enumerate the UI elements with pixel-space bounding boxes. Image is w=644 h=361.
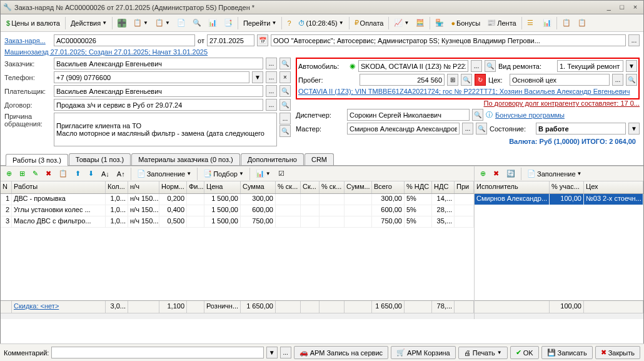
- gh-psk2[interactable]: % ск...: [319, 181, 345, 193]
- payment-button[interactable]: ₽Оплата: [351, 17, 387, 29]
- gr-add-icon[interactable]: ⊕: [477, 168, 489, 180]
- gr-fill-button[interactable]: 📄Заполнение▼: [524, 168, 585, 180]
- vidrem-dd[interactable]: ▼: [626, 60, 637, 72]
- gr-delete-icon[interactable]: ✖: [490, 168, 502, 180]
- number-input[interactable]: [56, 37, 193, 44]
- tb-icon-4[interactable]: 📄: [174, 17, 189, 29]
- customer-input[interactable]: [56, 60, 261, 68]
- debt-link[interactable]: По договору долг контрагенту составляет:…: [296, 99, 640, 107]
- disp-search-icon[interactable]: 🔍: [472, 109, 483, 121]
- table-row[interactable]: Смирнов Александр...100,00№03 2-х стоечн…: [475, 194, 643, 205]
- table-row[interactable]: 1ДВС - промывка1,0...н/ч 150...0,2001 50…: [1, 194, 474, 205]
- arm-cart-button[interactable]: 🛒АРМ Корзина: [391, 346, 456, 359]
- customer-search-icon[interactable]: 🔍: [279, 58, 291, 69]
- probeg-search-icon[interactable]: 🔍: [461, 74, 472, 86]
- calendar-icon[interactable]: 📅: [257, 34, 268, 46]
- feed-button[interactable]: 📰Лента: [484, 17, 519, 29]
- minimize-button[interactable]: _: [603, 3, 615, 12]
- bonus-button[interactable]: ●Бонусы: [448, 18, 483, 29]
- contract-input[interactable]: [56, 101, 261, 109]
- save-button[interactable]: 💾Записать: [541, 346, 593, 359]
- tab-crm[interactable]: CRM: [304, 153, 334, 165]
- gh-summa[interactable]: Сумма: [241, 181, 276, 193]
- grid-left-body[interactable]: 1ДВС - промывка1,0...н/ч 150...0,2001 50…: [1, 194, 474, 300]
- actions-button[interactable]: Действия▼: [68, 18, 110, 29]
- sost-input[interactable]: [538, 125, 623, 133]
- grid-edit-icon[interactable]: ✎: [29, 168, 41, 180]
- arm-service-button[interactable]: 🚗АРМ Запись на сервис: [294, 346, 388, 359]
- gr-refresh-icon[interactable]: 🔄: [503, 168, 518, 180]
- gh-pri[interactable]: При: [455, 181, 474, 193]
- tab-additional[interactable]: Дополнительно: [241, 153, 304, 165]
- time-button[interactable]: ⏱(10:28:45)▼: [295, 18, 347, 29]
- gh-kol[interactable]: Кол...: [106, 181, 128, 193]
- master-input[interactable]: [350, 125, 457, 133]
- grid-right-scrollbar[interactable]: [475, 313, 643, 319]
- probeg-warn-icon[interactable]: ↻: [475, 74, 486, 86]
- grid-up-icon[interactable]: ⬆: [72, 168, 84, 180]
- tb-icon-10[interactable]: 🏪: [432, 17, 447, 29]
- payer-input[interactable]: [56, 88, 261, 95]
- gh-cena[interactable]: Цена: [204, 181, 241, 193]
- tb-icon-13[interactable]: 📋: [559, 17, 574, 29]
- vin-link[interactable]: OCTAVIA II (1Z3); VIN TMBBE61Z4A2021724;…: [298, 88, 630, 95]
- tb-icon-8[interactable]: 📈▼: [391, 17, 412, 29]
- auto-input[interactable]: [361, 63, 466, 70]
- master-search-icon[interactable]: 🔍: [476, 123, 487, 135]
- tb-icon-1[interactable]: ➕: [114, 17, 129, 29]
- phone-x[interactable]: ×: [279, 71, 291, 83]
- help-icon[interactable]: ?: [284, 18, 294, 29]
- table-row[interactable]: 3Масло ДВС с фильтро...1,0...н/ч 150...0…: [1, 216, 474, 228]
- skidka-link[interactable]: Скидка: <нет>: [12, 301, 106, 313]
- reason-search-icon[interactable]: 🔍: [279, 125, 291, 137]
- payer-ellipsis[interactable]: ...: [266, 85, 277, 97]
- gh2-puch[interactable]: % учас...: [550, 181, 584, 193]
- tab-works[interactable]: Работы (3 поз.): [6, 154, 68, 166]
- ceh-ellipsis[interactable]: ...: [612, 74, 623, 86]
- ceh-search-icon[interactable]: 🔍: [626, 74, 637, 86]
- grid-delete-icon[interactable]: ✖: [43, 168, 54, 180]
- comment-input[interactable]: [54, 349, 261, 357]
- disp-input[interactable]: [350, 111, 467, 119]
- contract-search-icon[interactable]: 🔍: [279, 99, 291, 111]
- print-button[interactable]: 🖨Печать▼: [458, 347, 508, 359]
- gh2-ceh[interactable]: Цех: [584, 181, 643, 193]
- auto-search-icon[interactable]: 🔍: [485, 60, 496, 72]
- close-button[interactable]: ×: [630, 3, 641, 12]
- gh-psk[interactable]: % ск...: [276, 181, 301, 193]
- grid-icon-b[interactable]: ☑: [275, 168, 288, 180]
- podbor-button[interactable]: 📑Подбор▼: [200, 168, 247, 180]
- contract-ellipsis[interactable]: ...: [266, 99, 277, 111]
- gh-sk[interactable]: Ск...: [301, 181, 319, 193]
- probeg-calc[interactable]: ⊞: [447, 74, 458, 86]
- gh-pnds[interactable]: % НДС: [405, 181, 432, 193]
- tab-goods[interactable]: Товары (1 поз.): [69, 153, 131, 165]
- grid-icon-a[interactable]: 📊▼: [253, 168, 274, 180]
- tb-icon-6[interactable]: 📊: [205, 17, 220, 29]
- history-link[interactable]: Машинозаезд 27.01.2025; Создан 27.01.202…: [4, 48, 208, 56]
- probeg-input[interactable]: [362, 76, 442, 84]
- table-row[interactable]: 2Углы установки колес ...1,0...н/ч 150..…: [1, 205, 474, 216]
- grid-add-icon[interactable]: ⊕: [3, 168, 15, 180]
- fill-button[interactable]: 📄Заполнение▼: [134, 168, 194, 180]
- grid-insert-icon[interactable]: ⊞: [16, 168, 28, 180]
- gh-norm[interactable]: Норм...: [159, 181, 187, 193]
- reason-input[interactable]: [56, 122, 274, 137]
- gh-fi[interactable]: Фи...: [187, 181, 204, 193]
- grid-sort1-icon[interactable]: A↓: [98, 168, 113, 180]
- tb-icon-9[interactable]: 🧮: [413, 17, 428, 29]
- gh-nch[interactable]: н/ч: [128, 181, 159, 193]
- date-input[interactable]: [209, 37, 252, 44]
- grid-copy-icon[interactable]: 📋: [56, 168, 71, 180]
- prices-button[interactable]: $Цены и валюта: [3, 18, 63, 29]
- info-icon[interactable]: ⓘ: [486, 110, 493, 119]
- tb-icon-12[interactable]: 📊: [540, 17, 555, 29]
- tb-icon-2[interactable]: 📋▼: [130, 17, 151, 29]
- sost-dd[interactable]: ▼: [628, 123, 640, 135]
- phone-ellipsis[interactable]: ...: [266, 71, 277, 83]
- grid-right-body[interactable]: Смирнов Александр...100,00№03 2-х стоечн…: [475, 194, 643, 300]
- gh-n[interactable]: N: [1, 181, 12, 193]
- zakaznaryad-link[interactable]: Заказ-наря...: [4, 37, 51, 44]
- tb-icon-3[interactable]: 📋▼: [152, 17, 173, 29]
- goto-button[interactable]: Перейти▼: [240, 18, 280, 29]
